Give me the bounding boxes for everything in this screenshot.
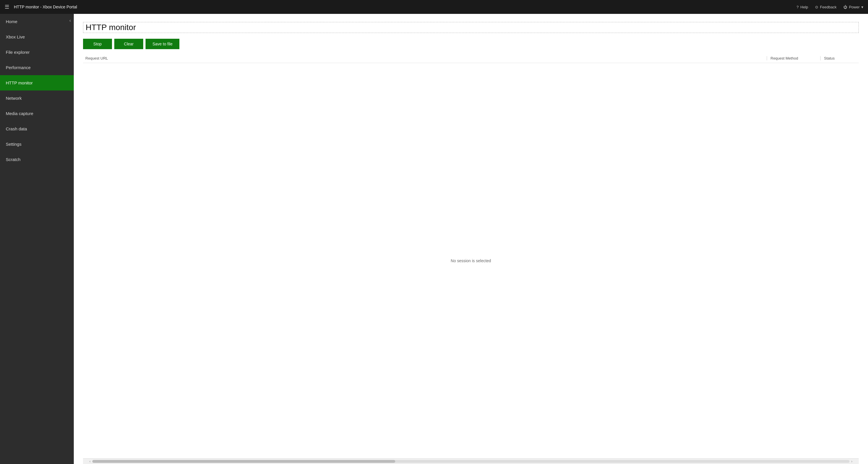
menu-icon[interactable]: ☰ xyxy=(5,4,9,10)
col-divider-1 xyxy=(767,56,767,60)
sidebar-item-crash-data[interactable]: Crash data xyxy=(0,121,74,136)
sidebar: ‹ HomeXbox LiveFile explorerPerformanceH… xyxy=(0,14,74,464)
help-button[interactable]: ? Help xyxy=(797,5,808,9)
sidebar-item-xbox-live[interactable]: Xbox Live xyxy=(0,29,74,44)
power-chevron-icon: ▾ xyxy=(861,5,863,9)
power-button[interactable]: ⏻ Power ▾ xyxy=(843,5,863,9)
power-icon: ⏻ xyxy=(843,5,847,9)
empty-state: No session is selected xyxy=(83,63,859,458)
toolbar: Stop Clear Save to file xyxy=(83,39,859,49)
scroll-left-button[interactable]: ‹ xyxy=(88,459,92,463)
sidebar-item-media-capture[interactable]: Media capture xyxy=(0,106,74,121)
help-icon: ? xyxy=(797,5,799,9)
sidebar-item-http-monitor[interactable]: HTTP monitor xyxy=(0,75,74,91)
sidebar-item-file-explorer[interactable]: File explorer xyxy=(0,44,74,60)
sidebar-item-settings[interactable]: Settings xyxy=(0,136,74,152)
feedback-icon: ⊙ xyxy=(815,5,818,9)
scrollbar-track[interactable] xyxy=(92,460,849,463)
col-url-header: Request URL xyxy=(83,56,763,60)
main-layout: ‹ HomeXbox LiveFile explorerPerformanceH… xyxy=(0,14,868,464)
sidebar-item-home[interactable]: Home xyxy=(0,14,74,29)
sidebar-nav: HomeXbox LiveFile explorerPerformanceHTT… xyxy=(0,14,74,167)
scrollbar-thumb[interactable] xyxy=(92,460,395,463)
titlebar: ☰ HTTP monitor - Xbox Device Portal ? He… xyxy=(0,0,868,14)
sidebar-item-scratch[interactable]: Scratch xyxy=(0,152,74,167)
feedback-label: Feedback xyxy=(820,5,836,9)
sidebar-item-network[interactable]: Network xyxy=(0,91,74,106)
table-header: Request URL Request Method Status xyxy=(83,54,859,63)
save-to-file-button[interactable]: Save to file xyxy=(146,39,179,49)
sidebar-item-performance[interactable]: Performance xyxy=(0,60,74,75)
titlebar-actions: ? Help ⊙ Feedback ⏻ Power ▾ xyxy=(797,5,863,9)
app-title: HTTP monitor - Xbox Device Portal xyxy=(14,5,797,9)
empty-message: No session is selected xyxy=(451,259,491,263)
feedback-button[interactable]: ⊙ Feedback xyxy=(815,5,836,9)
scrollbar-area: ‹ › xyxy=(83,458,859,464)
content-area: HTTP monitor Stop Clear Save to file Req… xyxy=(74,14,868,464)
help-label: Help xyxy=(800,5,808,9)
clear-button[interactable]: Clear xyxy=(114,39,143,49)
page-title: HTTP monitor xyxy=(83,22,859,33)
stop-button[interactable]: Stop xyxy=(83,39,112,49)
col-divider-2 xyxy=(820,56,820,60)
sidebar-collapse-button[interactable]: ‹ xyxy=(69,18,71,23)
col-method-header: Request Method xyxy=(771,56,817,60)
power-label: Power xyxy=(849,5,860,9)
col-status-header: Status xyxy=(824,56,859,60)
scroll-right-button[interactable]: › xyxy=(849,459,854,463)
